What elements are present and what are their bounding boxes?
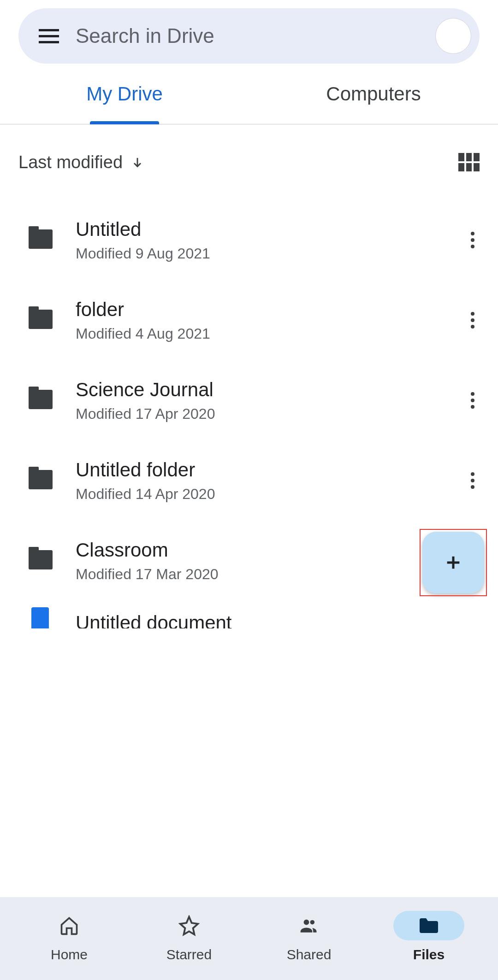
folder-icon xyxy=(418,915,440,937)
folder-icon xyxy=(29,229,53,251)
bottom-navigation: Home Starred xyxy=(0,897,498,980)
file-modified: Modified 17 Mar 2020 xyxy=(76,566,480,583)
tab-label: My Drive xyxy=(86,83,163,105)
file-modified: Modified 17 Apr 2020 xyxy=(76,405,466,423)
file-item-science-journal[interactable]: Science Journal Modified 17 Apr 2020 xyxy=(0,360,498,440)
file-name: Untitled folder xyxy=(76,459,466,481)
nav-label: Files xyxy=(413,947,445,962)
file-name: Classroom xyxy=(76,539,480,561)
folder-icon xyxy=(29,310,53,331)
file-item-folder[interactable]: folder Modified 4 Aug 2021 xyxy=(0,280,498,360)
search-placeholder: Search in Drive xyxy=(76,24,435,47)
svg-point-0 xyxy=(304,920,309,925)
folder-icon xyxy=(29,390,53,411)
folder-icon xyxy=(29,550,53,571)
file-item-untitled-folder[interactable]: Untitled folder Modified 14 Apr 2020 xyxy=(0,440,498,521)
more-options-icon[interactable] xyxy=(466,312,480,329)
tab-my-drive[interactable]: My Drive xyxy=(0,64,249,124)
file-name: Science Journal xyxy=(76,379,466,401)
more-options-icon[interactable] xyxy=(466,232,480,248)
nav-shared[interactable]: Shared xyxy=(249,911,369,962)
search-bar-container: Search in Drive xyxy=(0,0,498,64)
file-name: Untitled document xyxy=(76,612,480,628)
file-item-untitled-document[interactable]: Untitled document xyxy=(0,601,498,628)
add-new-fab[interactable] xyxy=(422,532,484,593)
nav-files[interactable]: Files xyxy=(369,911,489,962)
search-bar[interactable]: Search in Drive xyxy=(18,8,480,64)
nav-label: Home xyxy=(51,947,88,962)
grid-view-toggle-icon[interactable] xyxy=(458,153,480,171)
file-modified: Modified 14 Apr 2020 xyxy=(76,486,466,503)
file-item-untitled[interactable]: Untitled Modified 9 Aug 2021 xyxy=(0,200,498,280)
sort-label: Last modified xyxy=(18,153,123,172)
hamburger-menu-icon[interactable] xyxy=(39,26,59,46)
doc-icon xyxy=(29,607,53,628)
people-icon xyxy=(298,915,320,937)
nav-home[interactable]: Home xyxy=(9,911,129,962)
star-icon xyxy=(178,915,200,937)
more-options-icon[interactable] xyxy=(466,392,480,409)
nav-starred[interactable]: Starred xyxy=(129,911,249,962)
account-avatar[interactable] xyxy=(435,18,471,54)
more-options-icon[interactable] xyxy=(466,472,480,489)
sort-row: Last modified xyxy=(0,124,498,200)
folder-icon xyxy=(29,470,53,491)
home-icon xyxy=(58,915,80,937)
nav-label: Shared xyxy=(287,947,332,962)
svg-point-1 xyxy=(310,920,315,925)
file-modified: Modified 9 Aug 2021 xyxy=(76,245,466,262)
tab-computers[interactable]: Computers xyxy=(249,64,498,124)
file-name: Untitled xyxy=(76,218,466,241)
tab-label: Computers xyxy=(326,83,421,105)
drive-app-screen: Search in Drive My Drive Computers Last … xyxy=(0,0,498,980)
drive-tabs: My Drive Computers xyxy=(0,64,498,124)
nav-label: Starred xyxy=(166,947,212,962)
file-name: folder xyxy=(76,299,466,321)
plus-icon xyxy=(444,553,462,572)
file-modified: Modified 4 Aug 2021 xyxy=(76,325,466,342)
sort-button[interactable]: Last modified xyxy=(18,153,144,172)
arrow-down-icon xyxy=(131,155,144,170)
